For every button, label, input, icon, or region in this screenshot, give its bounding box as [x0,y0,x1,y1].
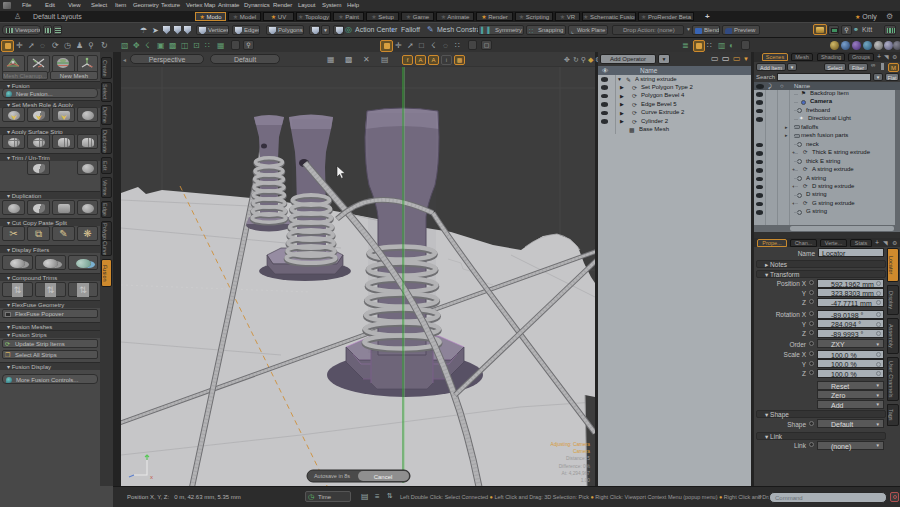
svg-text:At: 4,294,967: At: 4,294,967 [561,471,590,476]
svg-text:x: x [150,474,153,480]
svg-text:Difference: 0%: Difference: 0% [559,464,591,469]
svg-text:Cancel: Cancel [374,474,393,480]
svg-text:Autosave in 8s: Autosave in 8s [314,473,350,479]
svg-text:Adjusting: Camera: Adjusting: Camera [551,442,591,447]
svg-text:Camera: Camera [573,449,590,454]
svg-text:Distance: 5: Distance: 5 [566,456,590,461]
svg-text:1.00: 1.00 [581,478,591,483]
